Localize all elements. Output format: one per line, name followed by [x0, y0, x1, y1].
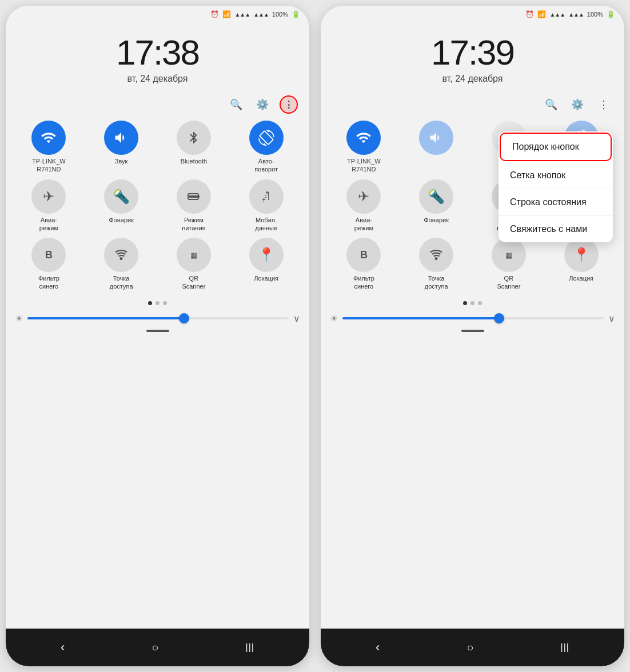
brightness-expand-1[interactable]: ∨ — [293, 313, 300, 324]
brightness-icon-2: ☀ — [330, 313, 338, 324]
toolbar-2: 🔍 ⚙️ ⋮ — [330, 95, 615, 114]
hotspot-tile-icon[interactable] — [104, 238, 138, 272]
qr-label: QRScanner — [182, 274, 205, 291]
dot-1 — [148, 301, 152, 305]
wifi-label-2: TP-LINK_WR741ND — [347, 157, 381, 174]
location-tile-icon[interactable]: 📍 — [249, 238, 284, 272]
battery-label: 100% — [272, 11, 288, 18]
torch-tile-icon-2[interactable]: 🔦 — [419, 179, 453, 214]
signal-icon: ▲▲▲ — [234, 11, 250, 18]
recent-button-2[interactable]: ||| — [549, 639, 581, 656]
sound-tile-icon-2[interactable] — [419, 121, 453, 155]
brightness-track-1[interactable] — [27, 317, 289, 319]
tile-bluelight-1[interactable]: B Фильтрсинего — [15, 238, 83, 291]
dot-2 — [155, 301, 160, 305]
bottom-handle-1 — [146, 330, 169, 332]
tile-hotspot-2[interactable]: Точкадоступа — [402, 238, 470, 291]
mobiledata-tile-icon[interactable] — [249, 179, 284, 214]
tile-wifi-2[interactable]: TP-LINK_WR741ND — [330, 121, 398, 174]
status-bar-2: ⏰ 📶 ▲▲▲ ▲▲▲ 100% 🔋 — [321, 6, 624, 21]
tile-location-1[interactable]: 📍 Локация — [232, 238, 300, 291]
tile-bluetooth-1[interactable]: Bluetooth — [160, 121, 228, 174]
torch-label-2: Фонарик — [424, 216, 449, 224]
menu-item-button-grid[interactable]: Сетка кнопок — [499, 162, 613, 189]
tile-hotspot-1[interactable]: Точкадоступа — [87, 238, 155, 291]
more-button[interactable]: ⋮ — [280, 95, 298, 114]
phone-2: ⏰ 📶 ▲▲▲ ▲▲▲ 100% 🔋 17:39 вт, 24 декабря … — [321, 6, 624, 666]
signal2-icon: ▲▲▲ — [253, 11, 269, 18]
qr-tile-icon-2[interactable]: ▦ — [492, 238, 526, 272]
recent-button-1[interactable]: ||| — [234, 639, 266, 656]
autorotate-tile-icon[interactable] — [249, 121, 284, 155]
tile-airplane-2[interactable]: ✈ Авиа-режим — [330, 179, 398, 233]
tile-qr-2[interactable]: ▦ QRScanner — [475, 238, 543, 291]
hotspot-tile-icon-2[interactable] — [419, 238, 453, 272]
wifi-tile-icon[interactable] — [31, 121, 66, 155]
tiles-row3-phone1: B Фильтрсинего Точкадоступа ▦ QRScanner … — [15, 238, 300, 291]
alarm-icon-2: ⏰ — [525, 10, 534, 18]
back-button-2[interactable]: ‹ — [364, 637, 391, 658]
home-button-2[interactable]: ○ — [455, 638, 485, 658]
dot-3 — [163, 301, 167, 305]
brightness-expand-2[interactable]: ∨ — [608, 313, 615, 324]
clock-2: 17:39 — [431, 32, 514, 73]
location-label: Локация — [254, 274, 278, 282]
dot-2-2 — [470, 301, 475, 305]
tile-sound-1[interactable]: Звук — [87, 121, 155, 174]
tiles-row3-phone2: B Фильтрсинего Точкадоступа ▦ QRScanner … — [330, 238, 615, 291]
nav-bar-1: ‹ ○ ||| — [6, 629, 309, 666]
status-bar-1: ⏰ 📶 ▲▲▲ ▲▲▲ 100% 🔋 — [6, 6, 309, 21]
sound-label: Звук — [115, 157, 128, 165]
tile-autorotate-1[interactable]: Авто-поворот — [232, 121, 300, 174]
torch-tile-icon[interactable]: 🔦 — [104, 179, 138, 214]
brightness-track-2[interactable] — [342, 317, 604, 319]
bottom-handle-2 — [461, 330, 484, 332]
location-tile-icon-2[interactable]: 📍 — [564, 238, 599, 272]
tile-airplane-1[interactable]: ✈ Авиа-режим — [15, 179, 83, 233]
brightness-thumb-2[interactable] — [494, 313, 504, 323]
location-label-2: Локация — [569, 274, 593, 282]
brightness-row-2: ☀ ∨ — [330, 313, 615, 324]
back-button-1[interactable]: ‹ — [49, 637, 76, 658]
tile-torch-2[interactable]: 🔦 Фонарик — [402, 179, 470, 233]
menu-item-button-order[interactable]: Порядок кнопок — [500, 133, 612, 161]
menu-item-contact-us[interactable]: Свяжитесь с нами — [499, 216, 613, 242]
tile-bluelight-2[interactable]: B Фильтрсинего — [330, 238, 398, 291]
dropdown-menu: Порядок кнопок Сетка кнопок Строка состо… — [499, 131, 613, 242]
airplane-tile-icon[interactable]: ✈ — [31, 179, 66, 214]
tile-sound-2[interactable] — [402, 121, 470, 174]
hotspot-label: Точкадоступа — [110, 274, 133, 291]
sound-tile-icon[interactable] — [104, 121, 138, 155]
search-button[interactable]: 🔍 — [227, 95, 245, 114]
tiles-row1-phone1: TP-LINK_WR741ND Звук Bluetooth Авто-пово… — [15, 121, 300, 174]
settings-button[interactable]: ⚙️ — [253, 95, 272, 114]
menu-item-status-bar[interactable]: Строка состояния — [499, 189, 613, 216]
powersave-tile-icon[interactable] — [177, 179, 211, 214]
home-button-1[interactable]: ○ — [140, 638, 170, 658]
toolbar-1: 🔍 ⚙️ ⋮ — [15, 95, 300, 114]
bluelight-tile-icon[interactable]: B — [31, 238, 66, 272]
airplane-tile-icon-2[interactable]: ✈ — [346, 179, 381, 214]
wifi-tile-icon-2[interactable] — [346, 121, 381, 155]
bluelight-label-2: Фильтрсинего — [353, 274, 374, 291]
dot-3-2 — [478, 301, 482, 305]
page-dots-1 — [148, 301, 167, 305]
bluetooth-tile-icon[interactable] — [177, 121, 211, 155]
date-1: вт, 24 декабря — [127, 74, 188, 84]
tile-torch-1[interactable]: 🔦 Фонарик — [87, 179, 155, 233]
tile-mobiledata-1[interactable]: Мобил.данные — [232, 179, 300, 233]
tile-wifi-1[interactable]: TP-LINK_WR741ND — [15, 121, 83, 174]
bluelight-tile-icon-2[interactable]: B — [346, 238, 381, 272]
brightness-thumb-1[interactable] — [179, 313, 189, 323]
phone2-content: 17:39 вт, 24 декабря 🔍 ⚙️ ⋮ TP-LINK_WR74… — [321, 21, 624, 629]
clock-1: 17:38 — [116, 32, 199, 73]
tile-powersave-1[interactable]: Режимпитания — [160, 179, 228, 233]
nav-bar-2: ‹ ○ ||| — [321, 629, 624, 666]
more-button-2[interactable]: ⋮ — [595, 95, 613, 114]
tile-qr-1[interactable]: ▦ QRScanner — [160, 238, 228, 291]
autorotate-label: Авто-поворот — [254, 157, 278, 174]
qr-tile-icon[interactable]: ▦ — [177, 238, 211, 272]
settings-button-2[interactable]: ⚙️ — [568, 95, 587, 114]
search-button-2[interactable]: 🔍 — [542, 95, 560, 114]
tile-location-2[interactable]: 📍 Локация — [547, 238, 615, 291]
